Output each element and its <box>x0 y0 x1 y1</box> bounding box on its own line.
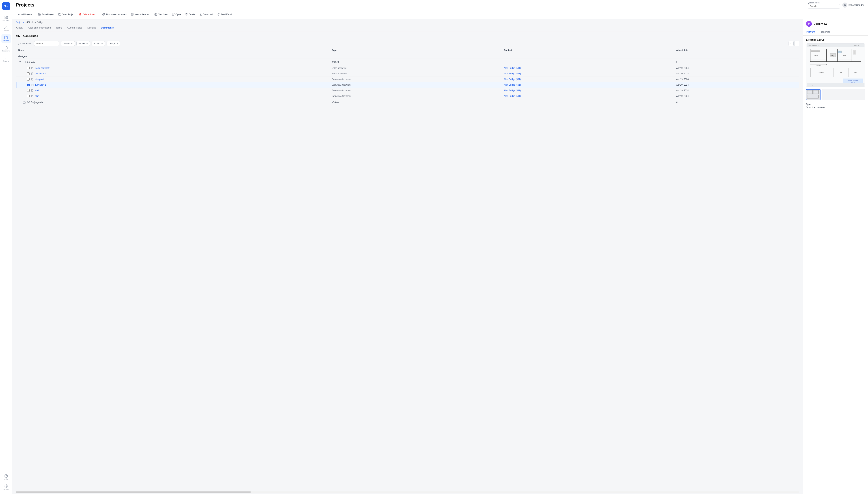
vendor-filter[interactable]: Vendor <box>76 41 90 46</box>
content-area: Projects › 407 - Alan Bridge Global Addi… <box>12 19 868 494</box>
open-button[interactable]: Open <box>170 12 183 17</box>
save-project-button[interactable]: Save Project <box>36 12 56 17</box>
doc-checkbox[interactable] <box>27 89 30 92</box>
doc-contact-cell: Alan Bridge (591) <box>502 77 674 82</box>
doc-name-cell: plan <box>16 93 329 99</box>
delete-button[interactable]: Delete <box>183 12 197 17</box>
folder-row-1: 1-1: T&C Kitchen 6 <box>16 58 799 65</box>
folder-expand-button-1[interactable] <box>18 60 22 64</box>
tab-global[interactable]: Global <box>16 25 23 31</box>
svg-text:Hall: Hall <box>840 72 842 73</box>
doc-link[interactable]: Quotation-1 <box>35 72 46 75</box>
detail-type-value: Graphical document <box>806 106 865 109</box>
preview-thumb-1[interactable] <box>806 89 820 100</box>
filter-next-button[interactable] <box>794 41 799 46</box>
svg-text:Rev A: Rev A <box>852 84 855 86</box>
tab-documents[interactable]: Documents <box>100 25 114 31</box>
download-button[interactable]: Download <box>197 12 214 17</box>
all-projects-button[interactable]: All Projects <box>16 12 34 17</box>
doc-link[interactable]: Sales contract-1 <box>35 67 51 69</box>
folder-expand-button-2[interactable] <box>18 100 22 104</box>
project-filter[interactable]: Project <box>92 41 105 46</box>
svg-rect-0 <box>5 16 6 17</box>
doc-link[interactable]: viewpoint 1 <box>35 78 46 80</box>
document-icon <box>31 83 34 86</box>
folder-type-1: Kitchen <box>329 58 502 65</box>
folder-open-icon <box>58 13 61 16</box>
contact-link[interactable]: Alan Bridge (591) <box>504 89 521 92</box>
doc-checkbox[interactable] <box>27 72 30 75</box>
new-whiteboard-button[interactable]: New whiteboard <box>129 12 152 17</box>
preview-thumb-placeholder <box>822 89 865 100</box>
doc-link[interactable]: wall 1 <box>35 89 41 92</box>
svg-text:Scale: 1:20: Scale: 1:20 <box>854 45 859 46</box>
sidebar-item-contacts-label: Contacts <box>3 30 10 32</box>
sidebar-item-contacts[interactable]: Contacts <box>1 24 11 33</box>
contact-link[interactable]: Alan Bridge (591) <box>504 72 521 75</box>
tab-custom-fields[interactable]: Custom Fields <box>67 25 83 31</box>
design-filter[interactable]: Design <box>107 41 120 46</box>
table-row: Sales contract-1 Sales document Alan Bri… <box>16 65 799 71</box>
contact-filter[interactable]: Contact <box>61 41 75 46</box>
sidebar-item-dashboard[interactable]: Dashboard <box>1 14 11 23</box>
tab-additional[interactable]: Additional Information <box>28 25 51 31</box>
user-area: Baljeet Sandhu <box>842 2 864 7</box>
new-note-button[interactable]: New Note <box>153 12 169 17</box>
group-label-designs: Designs <box>18 55 27 58</box>
doc-contact-cell: Alan Bridge (591) <box>502 65 674 71</box>
app-logo: Flex <box>2 2 10 10</box>
detail-tab-preview[interactable]: Preview <box>806 29 816 35</box>
section-header: 407 - Alan Bridge <box>12 32 803 40</box>
sidebar-item-documents[interactable]: Documents <box>1 44 11 54</box>
doc-checkbox[interactable] <box>27 67 30 69</box>
sidebar-item-reports[interactable]: Reports <box>1 54 11 63</box>
doc-checkbox[interactable] <box>27 78 30 80</box>
contact-link[interactable]: Alan Bridge (591) <box>504 95 521 97</box>
attach-document-button[interactable]: Attach new document <box>100 12 128 17</box>
breadcrumb-projects[interactable]: Projects <box>16 21 24 23</box>
panel-icon <box>808 22 810 25</box>
tab-terms[interactable]: Terms <box>55 25 62 31</box>
doc-name-cell: wall 1 <box>16 88 329 93</box>
contact-link[interactable]: Alan Bridge (591) <box>504 83 521 86</box>
send-icon <box>217 13 220 16</box>
contact-link[interactable]: Alan Bridge (591) <box>504 78 521 80</box>
sidebar-item-projects-label: Projects <box>3 40 9 42</box>
document-icon <box>31 95 34 97</box>
external-link-icon <box>172 13 175 16</box>
detail-tab-properties[interactable]: Properties <box>819 29 831 35</box>
doc-link[interactable]: Elevation-1 <box>35 83 46 86</box>
detail-view-button[interactable] <box>806 21 812 27</box>
doc-link[interactable]: plan <box>35 95 39 97</box>
horizontal-scrollbar[interactable] <box>12 491 803 494</box>
filter-search-input[interactable] <box>34 41 59 46</box>
contact-link[interactable]: Alan Bridge (591) <box>504 67 521 69</box>
doc-checkbox[interactable] <box>27 83 30 86</box>
trash2-icon <box>185 13 188 16</box>
sidebar-item-projects[interactable]: Projects <box>1 34 11 43</box>
detail-content: Elevation-1 (PDF) Room Properties - 2021… <box>803 36 868 494</box>
delete-project-button[interactable]: Delete Project <box>77 12 98 17</box>
table-row: plan Graphical document Alan Bridge (591… <box>16 93 799 99</box>
quick-search-input[interactable] <box>808 4 840 8</box>
detail-menu-button[interactable]: ⋯ <box>862 22 865 25</box>
attach-document-label: Attach new document <box>106 13 127 16</box>
clear-filter-button[interactable]: Clear Filter <box>16 41 33 45</box>
open-project-button[interactable]: Open Project <box>57 12 76 17</box>
sidebar-item-help-label: Help <box>4 478 8 480</box>
folder-contact-2 <box>502 99 674 106</box>
doc-date-cell: Apr 19, 2024 <box>674 82 799 88</box>
folder-count-1: 6 <box>674 58 799 65</box>
svg-rect-59 <box>807 83 865 87</box>
doc-type-cell: Graphical document <box>329 77 502 82</box>
sidebar-item-help[interactable]: Help <box>1 472 11 482</box>
sidebar-item-settings[interactable]: Settings <box>1 482 11 492</box>
doc-checkbox[interactable] <box>27 95 30 97</box>
folder-type-2: Kitchen <box>329 99 502 106</box>
all-projects-label: All Projects <box>21 13 32 16</box>
tab-designs[interactable]: Designs <box>87 25 96 31</box>
chevron-down-icon <box>86 42 88 44</box>
filter-prev-button[interactable] <box>789 41 794 46</box>
send-email-button[interactable]: Send Email <box>215 12 233 17</box>
settings-icon <box>4 484 8 488</box>
